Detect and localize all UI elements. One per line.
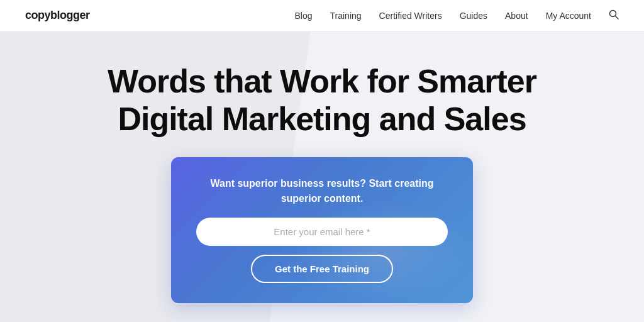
nav-guides[interactable]: Guides (460, 11, 487, 21)
search-icon[interactable] (609, 9, 619, 22)
hero-title: Words that Work for Smarter Digital Mark… (82, 63, 562, 138)
hero-section: Words that Work for Smarter Digital Mark… (0, 31, 644, 322)
cta-card: Want superior business results? Start cr… (171, 157, 473, 303)
hero-heading: Words that Work for Smarter Digital Mark… (108, 63, 536, 138)
nav-about[interactable]: About (505, 11, 528, 21)
cta-description: Want superior business results? Start cr… (196, 176, 448, 206)
main-nav: Blog Training Certified Writers Guides A… (294, 9, 619, 22)
header: copyblogger Blog Training Certified Writ… (0, 0, 644, 31)
email-input[interactable] (196, 218, 448, 246)
email-input-wrapper (196, 218, 448, 246)
cta-submit-button[interactable]: Get the Free Training (251, 255, 393, 283)
nav-blog[interactable]: Blog (294, 11, 312, 21)
nav-certified-writers[interactable]: Certified Writers (379, 11, 442, 21)
svg-line-1 (616, 16, 619, 19)
nav-training[interactable]: Training (330, 11, 362, 21)
logo: copyblogger (25, 9, 90, 22)
nav-my-account[interactable]: My Account (546, 11, 591, 21)
